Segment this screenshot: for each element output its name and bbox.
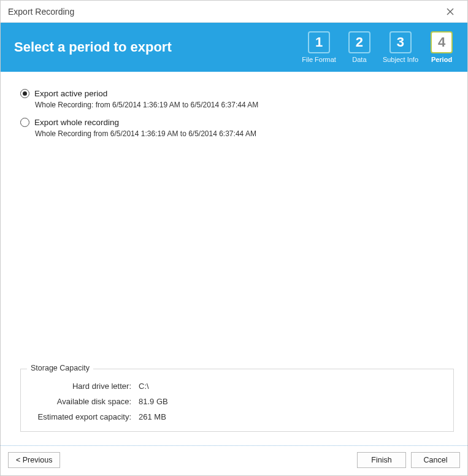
radio-active-period[interactable]: Export active period: [20, 89, 454, 98]
titlebar: Export Recording: [1, 1, 467, 23]
radio-whole-recording[interactable]: Export whole recording: [20, 118, 454, 127]
option-description: Whole Recording from 6/5/2014 1:36:19 AM…: [35, 129, 454, 138]
drive-label: Hard drive letter:: [29, 382, 139, 391]
storage-row-drive: Hard drive letter: C:\: [29, 382, 445, 391]
storage-capacity-groupbox: Storage Capacity Hard drive letter: C:\ …: [20, 369, 454, 432]
wizard-steps: 1 File Format 2 Data 3 Subject Info 4 Pe…: [302, 31, 456, 63]
export-recording-dialog: Export Recording Select a period to expo…: [0, 0, 468, 476]
space-value: 81.9 GB: [139, 397, 168, 406]
groupbox-legend: Storage Capacity: [27, 364, 93, 372]
step-subject-info[interactable]: 3 Subject Info: [383, 31, 418, 63]
wizard-footer: < Previous Finish Cancel: [1, 446, 467, 475]
storage-row-space: Available disk space: 81.9 GB: [29, 397, 445, 406]
step-label: File Format: [302, 56, 336, 63]
window-title: Export Recording: [8, 7, 74, 17]
step-number: 3: [389, 31, 412, 53]
close-icon: [447, 8, 454, 15]
step-file-format[interactable]: 1 File Format: [302, 31, 336, 63]
option-description: Whole Recording: from 6/5/2014 1:36:19 A…: [35, 101, 454, 109]
finish-button[interactable]: Finish: [357, 452, 406, 468]
radio-icon: [20, 89, 29, 98]
capacity-value: 261 MB: [139, 412, 166, 421]
radio-label: Export active period: [34, 89, 107, 98]
step-number: 4: [431, 31, 453, 53]
step-label: Data: [352, 56, 366, 63]
page-title: Select a period to export: [14, 39, 302, 55]
space-label: Available disk space:: [29, 397, 139, 406]
wizard-header: Select a period to export 1 File Format …: [1, 23, 467, 72]
radio-icon: [20, 118, 29, 127]
close-button[interactable]: [438, 3, 462, 20]
option-active-period: Export active period Whole Recording: fr…: [20, 89, 454, 109]
step-label: Subject Info: [383, 56, 418, 63]
storage-row-capacity: Estimated export capacity: 261 MB: [29, 412, 445, 421]
step-data[interactable]: 2 Data: [345, 31, 374, 63]
cancel-button[interactable]: Cancel: [411, 452, 460, 468]
step-period[interactable]: 4 Period: [427, 31, 456, 63]
wizard-body: Export active period Whole Recording: fr…: [1, 72, 467, 438]
drive-value: C:\: [139, 382, 149, 391]
previous-button[interactable]: < Previous: [8, 452, 60, 468]
radio-label: Export whole recording: [34, 118, 119, 127]
option-whole-recording: Export whole recording Whole Recording f…: [20, 118, 454, 138]
step-number: 2: [348, 31, 370, 53]
step-label: Period: [431, 56, 452, 63]
capacity-label: Estimated export capacity:: [29, 412, 139, 421]
step-number: 1: [308, 31, 330, 53]
